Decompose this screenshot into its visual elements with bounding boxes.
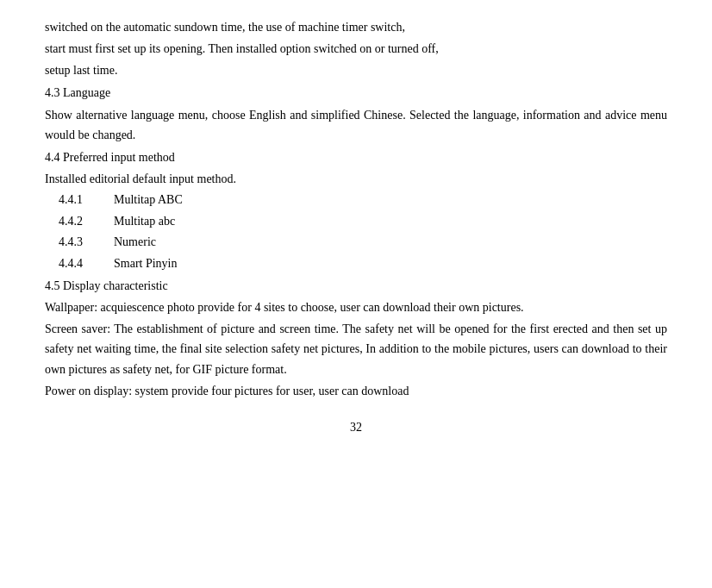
paragraph-45c: Power on display: system provide four pi… [45, 381, 667, 401]
sub-item-444-number: 4.4.4 [45, 254, 114, 273]
sub-item-442-text: Multitap abc [114, 212, 667, 231]
sub-item-443-number: 4.4.3 [45, 233, 114, 252]
content-area: switched on the automatic sundown time, … [45, 17, 667, 437]
sub-item-443-text: Numeric [114, 233, 667, 252]
section-44-heading: 4.4 Preferred input method [45, 148, 667, 167]
paragraph-3: setup last time. [45, 60, 667, 80]
sub-item-441: 4.4.1 Multitap ABC [45, 191, 667, 210]
paragraph-44: Installed editorial default input method… [45, 169, 667, 189]
paragraph-2: start must first set up its opening. The… [45, 39, 667, 59]
section-45-heading: 4.5 Display characteristic [45, 277, 667, 296]
page-number: 32 [45, 418, 667, 437]
section-43-heading: 4.3 Language [45, 84, 667, 103]
sub-item-443: 4.4.3 Numeric [45, 233, 667, 252]
paragraph-45b: Screen saver: The establishment of pictu… [45, 319, 667, 378]
sub-item-441-text: Multitap ABC [114, 191, 667, 210]
sub-item-444: 4.4.4 Smart Pinyin [45, 254, 667, 273]
sub-item-441-number: 4.4.1 [45, 191, 114, 210]
sub-item-442-number: 4.4.2 [45, 212, 114, 231]
paragraph-43: Show alternative language menu, choose E… [45, 105, 667, 145]
paragraph-45a: Wallpaper: acquiescence photo provide fo… [45, 297, 667, 317]
sub-item-442: 4.4.2 Multitap abc [45, 212, 667, 231]
paragraph-1: switched on the automatic sundown time, … [45, 17, 667, 37]
sub-item-444-text: Smart Pinyin [114, 254, 667, 273]
